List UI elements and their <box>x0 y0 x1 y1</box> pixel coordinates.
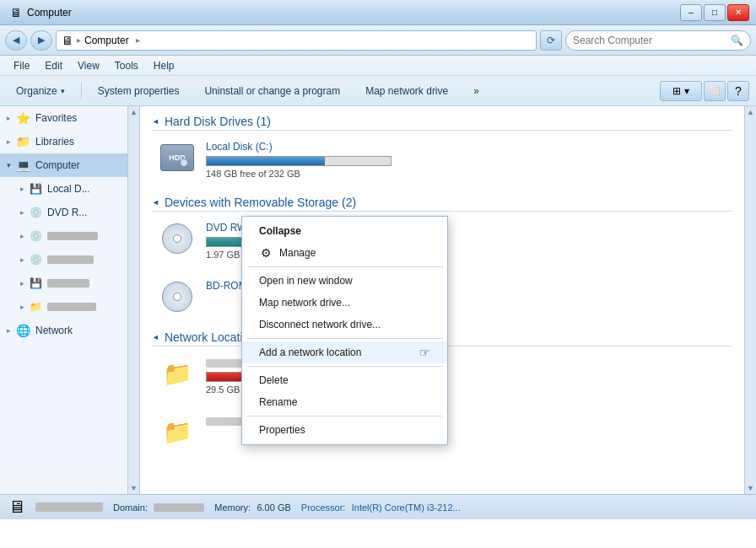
window-icon: 🖥 <box>10 6 22 19</box>
ctx-collapse[interactable]: Collapse <box>242 220 447 242</box>
ctx-open-new-window-label: Open in new window <box>259 275 353 287</box>
dvd-icon-d <box>162 223 192 254</box>
breadcrumb-bar[interactable]: 🖥 ▸ Computer ▸ <box>56 30 537 51</box>
details-pane-button[interactable]: ? <box>727 81 749 101</box>
uninstall-button[interactable]: Uninstall or change a program <box>195 79 349 103</box>
window-controls: – □ ✕ <box>680 4 749 21</box>
ctx-add-network-label: Add a network location <box>259 347 361 358</box>
menu-view[interactable]: View <box>71 58 106 73</box>
sidebar-item-blurred4[interactable]: ▸ 📁 <box>0 295 127 319</box>
menu-tools[interactable]: Tools <box>108 58 145 73</box>
preview-pane-button[interactable]: ⬜ <box>704 81 726 101</box>
sidebar-item-favorites[interactable]: ▸ ⭐ Favorites <box>0 106 127 130</box>
folder-icon-g: 📁 <box>163 360 192 388</box>
maximize-button[interactable]: □ <box>704 4 726 21</box>
ctx-properties[interactable]: Properties <box>242 419 447 441</box>
blurred4-icon: 📁 <box>30 301 42 313</box>
dvd-icon-sidebar: 💿 <box>30 207 42 218</box>
drive-icon-e <box>157 280 197 314</box>
main-layout: ▲ ▼ ▸ ⭐ Favorites ▸ 📁 Libraries ▾ 💻 Comp… <box>0 106 756 494</box>
search-box[interactable]: 🔍 <box>565 30 751 51</box>
network-icon: 🌐 <box>16 324 30 337</box>
drive-icon-g: 📁 <box>157 357 197 390</box>
ctx-map-network[interactable]: Map network drive... <box>242 292 447 314</box>
section-removable: Devices with Removable Storage (2) <box>152 196 732 212</box>
ctx-delete[interactable]: Delete <box>242 369 447 391</box>
refresh-button[interactable]: ⟳ <box>540 30 562 51</box>
search-input[interactable] <box>573 35 727 46</box>
ctx-sep-1 <box>247 266 442 267</box>
ctx-sep-2 <box>247 338 442 339</box>
drive-icon-s: 📁 <box>157 415 197 449</box>
hdd-icon-c: HDD <box>160 144 194 171</box>
blurred1-icon: 💿 <box>30 230 42 242</box>
status-processor-value: Intel(R) Core(TM) i3-212... <box>352 502 461 513</box>
drive-size-c: 148 GB free of 232 GB <box>206 169 727 179</box>
toolbar-view-buttons: ⊞ ▾ ⬜ ? <box>660 81 749 101</box>
status-memory-label: Memory: <box>214 502 251 513</box>
more-button[interactable]: » <box>464 79 489 103</box>
sidebar-arrow-dvd: ▸ <box>20 208 24 217</box>
content-scrollbar[interactable]: ▲ ▼ <box>744 106 756 494</box>
local-disk-icon: 💾 <box>30 183 42 195</box>
menu-bar: File Edit View Tools Help <box>0 56 756 76</box>
minimize-button[interactable]: – <box>680 4 702 21</box>
view-options-button[interactable]: ⊞ ▾ <box>660 81 702 101</box>
back-button[interactable]: ◀ <box>5 30 27 51</box>
sidebar-arrow-b3: ▸ <box>20 279 24 287</box>
sidebar-arrow-libraries: ▸ <box>7 137 11 146</box>
sidebar-arrow-b4: ▸ <box>20 303 24 311</box>
sidebar: ▲ ▼ ▸ ⭐ Favorites ▸ 📁 Libraries ▾ 💻 Comp… <box>0 106 140 494</box>
sidebar-item-blurred1[interactable]: ▸ 💿 <box>0 224 127 248</box>
sidebar-item-blurred2[interactable]: ▸ 💿 <box>0 248 127 271</box>
breadcrumb-end-arrow: ▸ <box>136 35 140 45</box>
menu-help[interactable]: Help <box>147 58 181 73</box>
forward-button[interactable]: ▶ <box>30 30 52 51</box>
title-bar: 🖥 Computer – □ ✕ <box>0 0 756 25</box>
breadcrumb-icon: 🖥 <box>62 34 73 47</box>
organize-arrow: ▾ <box>61 87 65 95</box>
window-title: Computer <box>27 7 72 19</box>
status-domain: Domain: <box>113 502 204 513</box>
ctx-disconnect-label: Disconnect network drive... <box>259 319 381 330</box>
organize-button[interactable]: Organize ▾ <box>7 79 74 103</box>
ctx-open-new-window[interactable]: Open in new window <box>242 270 447 292</box>
blurred2-icon: 💿 <box>30 254 42 266</box>
section-hard-disk: Hard Disk Drives (1) <box>152 115 732 131</box>
ctx-sep-3 <box>247 366 442 367</box>
ctx-rename-label: Rename <box>259 396 297 408</box>
menu-file[interactable]: File <box>7 58 36 73</box>
ctx-rename[interactable]: Rename <box>242 391 447 413</box>
ctx-manage-icon: ⚙ <box>259 246 273 260</box>
drive-bar-c <box>207 157 325 165</box>
status-memory-value: 6.00 GB <box>256 502 290 513</box>
folder-icon-s: 📁 <box>163 418 192 446</box>
toolbar-separator-1 <box>81 83 82 99</box>
status-domain-label: Domain: <box>113 502 148 513</box>
drive-name-c: Local Disk (C:) <box>206 141 727 153</box>
sidebar-arrow-b2: ▸ <box>20 255 24 264</box>
sidebar-blurred1 <box>47 232 98 240</box>
ctx-add-network[interactable]: Add a network location ☞ <box>242 341 447 363</box>
ctx-disconnect[interactable]: Disconnect network drive... <box>242 314 447 336</box>
close-button[interactable]: ✕ <box>727 4 749 21</box>
computer-icon: 💻 <box>16 158 30 172</box>
dvd-icon-e <box>162 282 192 312</box>
sidebar-item-dvd[interactable]: ▸ 💿 DVD R... <box>0 201 127 224</box>
sidebar-item-local-disk[interactable]: ▸ 💾 Local D... <box>0 177 127 201</box>
sidebar-label-local: Local D... <box>47 183 90 195</box>
system-properties-button[interactable]: System properties <box>89 79 189 103</box>
sidebar-label-computer: Computer <box>35 159 80 171</box>
sidebar-blurred2 <box>47 255 94 264</box>
sidebar-item-blurred3[interactable]: ▸ 💾 <box>0 271 127 295</box>
sidebar-item-computer[interactable]: ▾ 💻 Computer <box>0 153 127 177</box>
sidebar-item-libraries[interactable]: ▸ 📁 Libraries <box>0 130 127 153</box>
map-network-button[interactable]: Map network drive <box>356 79 457 103</box>
sidebar-item-network[interactable]: ▸ 🌐 Network <box>0 319 127 342</box>
section-hard-disk-title: Hard Disk Drives (1) <box>165 115 271 128</box>
drive-item-c[interactable]: HDD Local Disk (C:) 148 GB free of 232 G… <box>152 137 732 182</box>
sidebar-label-favorites: Favorites <box>35 112 77 124</box>
menu-edit[interactable]: Edit <box>38 58 69 73</box>
ctx-manage[interactable]: ⚙ Manage <box>242 242 447 264</box>
sidebar-blurred4 <box>47 303 96 311</box>
